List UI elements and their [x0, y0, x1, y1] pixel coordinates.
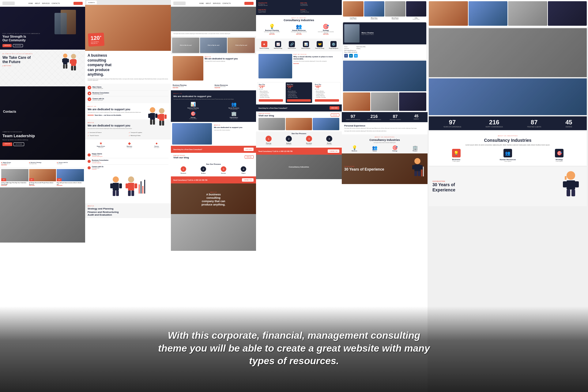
contact-btn-bottom[interactable]: CONTACT US [242, 178, 254, 182]
leadership-btn1[interactable]: LEARN MORE [2, 142, 12, 146]
feat-4: 📊 Advanced Analytics [300, 41, 312, 49]
feat-5: 🤝 Partnership Strategy [314, 41, 326, 49]
work-image-2 [429, 78, 587, 115]
leadership-title: Team Leadership [2, 134, 83, 138]
nav-about-1[interactable]: ABOUT [35, 2, 40, 4]
profile-photo [344, 24, 360, 43]
bottom-people-image [0, 187, 85, 243]
contact-asia: ASIA PACIFIC 11 Management StSingapore 5… [257, 8, 299, 14]
process-step-4: 4 Report [241, 166, 246, 174]
profile-info: Marry Charles Head Customer Officer [361, 32, 374, 35]
svg-rect-55 [571, 190, 575, 196]
svg-rect-23 [164, 115, 167, 119]
facebook-icon[interactable]: f [344, 54, 348, 58]
consulting-desc: Lorem ipsum dolor sit amet, consectetur … [88, 78, 168, 81]
nav-contacts-1[interactable]: CONTACTS [51, 2, 60, 4]
dedicated2-tag: ABOUT US [173, 93, 254, 94]
nav-services-1[interactable]: SERVICES [42, 2, 50, 4]
svg-rect-45 [420, 165, 423, 169]
blog-title-3: Visit our blog [173, 156, 189, 159]
contacts-section: Contacts [0, 86, 85, 117]
svg-rect-41 [144, 180, 145, 194]
hero1-btn2[interactable]: GET IN TOUCH [13, 44, 23, 47]
svg-rect-10 [70, 60, 72, 64]
svc-careers: Careers with Us Lorem ipsum dolor consec… [88, 165, 168, 171]
bottom-character-section: OUR MILESTONE 30 Years ofExperience [429, 167, 587, 206]
stats-orange-card: 120+ SUCCESSFULPROJECTS [88, 33, 104, 47]
business-consulting-section: A businessconsultingcompany thatcan prod… [85, 51, 171, 84]
svg-point-14 [150, 107, 155, 113]
flip-card-2[interactable]: Click to flip the card [200, 38, 227, 53]
browser-tab-elements[interactable]: ELEMENTS [86, 1, 97, 4]
dedicated2-title: We are dedicated to support you [173, 95, 254, 98]
top-people-grid [428, 0, 588, 27]
stats-row-5: 97 YEARS OF EXPERIENCE 216 HAPPY CONFERE… [342, 112, 428, 122]
svg-rect-46 [414, 171, 417, 176]
dedicated2-desc: Lorem ipsum dolor sit amet consectetur a… [173, 99, 254, 100]
ind-planning: 💡 Business Planning Lorem ipsum dolor si… [263, 24, 281, 35]
svg-rect-39 [141, 181, 141, 194]
nav-btn-3[interactable] [244, 2, 254, 5]
leadership-subtitle: Discover top talents in our collective w… [2, 139, 83, 141]
leadership-btn2[interactable]: GET IN TOUCH [13, 142, 24, 146]
contact-us-btn[interactable]: CONTACT US [328, 149, 339, 153]
service-happy: ▶ Happy Clients Lorem ipsum dolor sit RE… [1, 162, 28, 166]
ci-4: 🏢 Finance [413, 145, 418, 152]
features-section: ★ Business Consulting 📈 Marketing Strate… [256, 39, 342, 51]
linkedin-icon[interactable]: in [349, 54, 353, 58]
bottom-overlay: With this corporate, financial, manageme… [0, 306, 588, 392]
svg-rect-27 [113, 183, 119, 190]
see-step-2: 2 Analysis Lorem ipsum [281, 136, 296, 145]
svg-point-20 [159, 108, 164, 114]
nav-contact-btn-1[interactable] [74, 2, 83, 5]
flip-cards-row: Click to flip the card Click to flip the… [171, 36, 256, 54]
choose-plan-btn-3[interactable] [315, 99, 339, 102]
profile-position: Position: Head Customer Office [344, 46, 425, 47]
blog-grid: 24 3 Clever Warnings This Say Your Goals… [0, 168, 85, 187]
about-section-2: ABOUT US We are dedicated to support you… [85, 103, 171, 119]
flip-card-1[interactable]: Click to flip the card [172, 38, 199, 53]
visit-blog-section: WHAT WE PROVIDE Visit our blog VIEW ALL [256, 111, 342, 131]
see-step-4: 4 Results Lorem ipsum [322, 136, 337, 145]
feat-3: 🔗 Brand Connection [286, 41, 298, 49]
hire-now-btn-3[interactable]: HIRE NOW [244, 148, 254, 151]
service-icons-row: ★ Happy Clients Lorem ipsum ◆ Business L… [85, 139, 171, 150]
searching-cta: Searching for a First-Class Consultant? … [256, 104, 342, 111]
contact-ny: NEW YORK 21 Waterbury Rd,Cherry Hill NJ … [300, 1, 341, 7]
svg-rect-56 [565, 176, 567, 180]
pricing-card-3: Basic Plan $4999 per month ✓ Advanced An… [313, 82, 341, 103]
nav-home-1[interactable]: HOME [28, 2, 33, 4]
svg-rect-37 [131, 190, 134, 196]
consultancy-icons-6: 💡 Business Lorem ipsum 👥 Human Resources… [432, 149, 583, 162]
consultancy-icons-bottom: 💡 Business 👥 Human 🎯 Strategy 🏢 Finance [344, 145, 425, 152]
nav-items-3: HOME ABOUT SERVICES CONTACTS [188, 2, 242, 4]
svg-point-32 [128, 176, 134, 183]
view-all-btn[interactable]: VIEW ALL [331, 113, 339, 117]
plan-hr-section: Business Planning Lorem ipsum dolor sit … [171, 82, 256, 91]
hero-1-image: OUR STARTUP WITH COLLECTIVE AMBIANCE You… [0, 7, 85, 50]
visit-blog-header: WHAT WE PROVIDE Visit our blog VIEW ALL [258, 113, 339, 117]
work-image-1 [343, 61, 426, 91]
svg-rect-13 [74, 66, 76, 70]
svg-rect-6 [63, 64, 65, 69]
flip-card-3[interactable]: Click to flip the card [228, 38, 255, 53]
feat-6: ⚙️ Change Management [327, 41, 340, 49]
svc-strategy-dark: 🎯 Strategy Lorem ipsum dolor [173, 111, 213, 119]
svg-rect-43 [414, 164, 420, 171]
current-plan-btn[interactable] [287, 99, 311, 102]
twitter-icon[interactable]: tw [354, 54, 358, 58]
character-illustration [61, 53, 79, 80]
leadership-tagline: COMMITTED TO YOUR SUCCESS [2, 131, 83, 133]
contacts-title: Contacts [3, 110, 16, 113]
blog-view-all[interactable]: VIEW ALL [245, 155, 254, 159]
stat6-1: 97 YEARS OF EXPERIENCE [443, 119, 462, 128]
hero1-btn1[interactable]: LEARN MORE [2, 44, 12, 47]
character-2 [146, 106, 168, 135]
take-care-section: WE STARTUP WITH COLLECTIVE AMBIANCE We T… [0, 50, 85, 86]
svg-rect-22 [157, 115, 160, 119]
blog-header: WHAT WE PROVIDE Visit our blog VIEW ALL [173, 155, 254, 159]
hire-now-btn-4[interactable]: HIRE NOW [330, 106, 339, 110]
choose-plan-btn-1[interactable] [259, 99, 283, 102]
ci6-2: 👥 Human Resources Lorem ipsum [500, 149, 516, 162]
svg-point-42 [414, 158, 420, 164]
